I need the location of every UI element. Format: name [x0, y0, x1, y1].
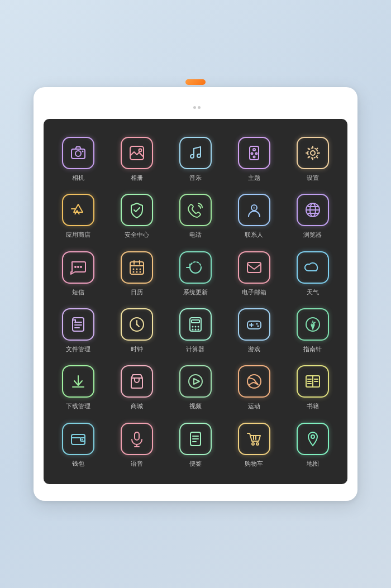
- svg-point-18: [74, 266, 77, 268]
- svg-point-45: [256, 323, 258, 325]
- icon-circle-shop: [121, 365, 153, 398]
- icon-grid-container: 相机 相册 音乐 主题 设置 应用商店 安全中心: [44, 119, 347, 484]
- icon-item-voice[interactable]: 语音: [108, 416, 166, 473]
- svg-point-73: [256, 443, 259, 445]
- svg-point-51: [189, 375, 202, 388]
- icon-item-security[interactable]: 安全中心: [108, 187, 166, 244]
- icon-label-cart: 购物车: [245, 460, 263, 467]
- icon-circle-appstore: [62, 194, 94, 226]
- icon-label-appstore: 应用商店: [66, 231, 90, 238]
- icon-label-update: 系统更新: [183, 288, 208, 296]
- icon-circle-wallet: [62, 423, 94, 455]
- icon-item-game[interactable]: 游戏: [225, 302, 283, 358]
- icon-item-settings[interactable]: 设置: [283, 130, 342, 187]
- svg-point-36: [192, 326, 193, 328]
- icon-item-map[interactable]: 地图: [283, 416, 342, 473]
- icon-circle-album: [121, 137, 153, 169]
- icon-grid: 相机 相册 音乐 主题 设置 应用商店 安全中心: [49, 130, 342, 473]
- svg-point-7: [251, 153, 252, 155]
- icon-item-video[interactable]: 视频: [166, 358, 225, 415]
- icon-item-cart[interactable]: 购物车: [225, 416, 283, 473]
- svg-point-38: [197, 326, 199, 328]
- icon-item-phone[interactable]: 电话: [166, 187, 225, 244]
- icon-item-camera[interactable]: 相机: [49, 130, 108, 187]
- icon-item-theme[interactable]: 主题: [225, 130, 283, 187]
- svg-point-1: [75, 151, 81, 156]
- icon-item-update[interactable]: 系统更新: [166, 245, 225, 302]
- svg-point-10: [311, 151, 315, 155]
- svg-point-12: [253, 207, 255, 209]
- svg-point-2: [82, 151, 84, 152]
- icon-circle-update: [179, 251, 212, 284]
- icon-circle-download: [62, 365, 94, 398]
- svg-point-6: [253, 149, 255, 151]
- icon-item-shop[interactable]: 商城: [108, 358, 166, 415]
- icon-label-album: 相册: [131, 174, 143, 181]
- icon-circle-security: [121, 194, 153, 226]
- icon-circle-contacts: [238, 194, 270, 226]
- icon-item-clock[interactable]: 时钟: [108, 302, 166, 358]
- icon-circle-sms: [62, 251, 94, 284]
- icon-item-appstore[interactable]: 应用商店: [49, 187, 108, 244]
- icon-item-sport[interactable]: 运动: [225, 358, 283, 415]
- icon-item-weather[interactable]: 天气: [283, 245, 342, 302]
- icon-circle-map: [297, 423, 329, 455]
- icon-item-album[interactable]: 相册: [108, 130, 166, 187]
- icon-item-music[interactable]: 音乐: [166, 130, 225, 187]
- icon-circle-calendar: [121, 251, 153, 284]
- icon-item-calendar[interactable]: 日历: [108, 245, 166, 302]
- icon-item-note[interactable]: 便签: [166, 416, 225, 473]
- icon-label-compass: 指南针: [303, 345, 322, 353]
- icon-circle-compass: [297, 308, 329, 341]
- svg-point-27: [140, 268, 141, 270]
- icon-circle-video: [179, 365, 212, 398]
- icon-circle-phone: [179, 194, 212, 226]
- icon-circle-cart: [238, 423, 270, 455]
- svg-rect-35: [192, 320, 199, 323]
- icon-circle-clock: [121, 308, 153, 341]
- icon-circle-music: [179, 137, 212, 169]
- svg-point-63: [82, 438, 83, 440]
- icon-circle-voice: [121, 423, 153, 455]
- subtitle: [34, 106, 357, 109]
- icon-circle-sport: [238, 365, 270, 398]
- icon-label-download: 下载管理: [66, 402, 90, 410]
- icon-label-map: 地图: [307, 460, 319, 467]
- svg-point-46: [257, 326, 259, 327]
- icon-label-shop: 商城: [131, 402, 143, 410]
- svg-marker-52: [194, 379, 199, 384]
- icon-circle-weather: [297, 251, 329, 284]
- icon-item-contacts[interactable]: 联系人: [225, 187, 283, 244]
- icon-circle-game: [238, 308, 270, 341]
- format-badge: [185, 79, 206, 85]
- icon-item-calc[interactable]: 计算器: [166, 302, 225, 358]
- icon-item-wallet[interactable]: 钱包: [49, 416, 108, 473]
- icon-item-book[interactable]: 书籍: [283, 358, 342, 415]
- icon-label-files: 文件管理: [66, 345, 90, 353]
- svg-point-39: [192, 329, 193, 331]
- icon-label-video: 视频: [189, 402, 202, 410]
- icon-circle-settings: [297, 137, 329, 169]
- icon-item-download[interactable]: 下载管理: [49, 358, 108, 415]
- svg-point-26: [136, 268, 138, 270]
- svg-point-53: [247, 375, 261, 388]
- svg-point-41: [197, 329, 199, 331]
- icon-label-sms: 短信: [72, 288, 84, 296]
- icon-label-settings: 设置: [307, 174, 319, 181]
- icon-label-note: 便签: [189, 460, 202, 467]
- svg-point-4: [139, 149, 142, 152]
- icon-item-sms[interactable]: 短信: [49, 245, 108, 302]
- icon-label-weather: 天气: [307, 288, 319, 296]
- icon-item-files[interactable]: 文件管理: [49, 302, 108, 358]
- icon-item-compass[interactable]: 指南针: [283, 302, 342, 358]
- svg-point-20: [80, 266, 82, 268]
- svg-rect-65: [135, 432, 139, 440]
- svg-point-30: [140, 271, 141, 273]
- icon-circle-theme: [238, 137, 270, 169]
- svg-point-28: [133, 271, 135, 273]
- svg-point-9: [253, 156, 255, 158]
- icon-circle-calc: [179, 308, 212, 341]
- svg-point-29: [136, 271, 138, 273]
- icon-item-email[interactable]: 电子邮箱: [225, 245, 283, 302]
- icon-item-browser[interactable]: 浏览器: [283, 187, 342, 244]
